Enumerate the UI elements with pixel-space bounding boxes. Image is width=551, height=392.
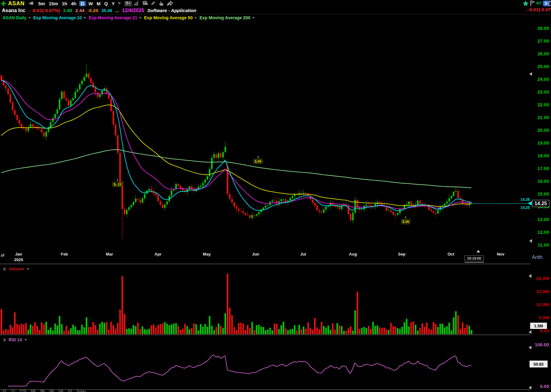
range-button-1Y[interactable]: 1Y <box>11 389 15 392</box>
timeframe-5m[interactable]: 5m <box>37 1 46 6</box>
rsi-dropdown-icon[interactable] <box>25 339 27 341</box>
last-rsi-box: 50.82 <box>530 361 548 367</box>
timer-underline <box>465 262 484 263</box>
price-chart-canvas[interactable] <box>0 21 530 252</box>
flag-icon[interactable] <box>530 0 535 6</box>
timeframe-group: 5m15m1h4hDWMQY <box>37 1 116 6</box>
earnings-date: 12/4/2025 <box>122 8 144 13</box>
overlay-selector-2[interactable]: Exp Moving Average 50 <box>144 15 197 20</box>
timeframe-D[interactable]: D <box>79 1 86 6</box>
volume-dropdown-icon[interactable] <box>27 268 29 270</box>
candle-countdown-timer: 03:19:00 <box>465 256 484 261</box>
axis-tick: 26.00 <box>529 51 549 56</box>
range-button-3M[interactable]: 3M <box>40 389 44 392</box>
month-label: Jul <box>300 252 306 256</box>
axis-tick: 5.0M <box>529 315 549 320</box>
draw-pencil-icon[interactable] <box>150 1 155 6</box>
last-volume-box: 1.5M <box>530 323 547 329</box>
bar-chart-icon[interactable] <box>134 1 139 6</box>
panel-divider[interactable] <box>0 334 530 335</box>
dividend-marker-tick <box>405 216 406 218</box>
timeframe-Y[interactable]: Y <box>111 1 116 6</box>
dividend-marker: $.06 <box>401 219 410 224</box>
clipped-toolbar-icon[interactable] <box>549 1 551 6</box>
axis-tick: 15.00 <box>529 191 549 196</box>
overlay-dropdown-icon[interactable] <box>194 17 197 19</box>
range-button-5Y[interactable]: 5Y <box>2 389 7 392</box>
timeframe-Q[interactable]: Q <box>103 1 109 6</box>
timeframe-W[interactable]: W <box>88 1 94 6</box>
share-arrow-icon[interactable] <box>167 1 173 6</box>
bid-label: 14.25 <box>509 205 530 210</box>
axis-tick: 12.00 <box>529 229 549 235</box>
timeframe-15m[interactable]: 15m <box>48 1 59 6</box>
axis-tick: 22.00 <box>529 102 549 107</box>
axis-tick: 27.00 <box>529 38 549 44</box>
rsi-title[interactable]: RSI 14 <box>9 337 22 342</box>
time-marker-icon <box>476 250 480 252</box>
range-button-bar: 5Y1YYTD6M3M1M1W1DToday <box>2 389 86 392</box>
overlay-dropdown-icon[interactable] <box>139 17 141 19</box>
symbol-label[interactable]: ASAN <box>8 0 25 7</box>
month-label: Nov <box>497 252 505 256</box>
market-cap: 3.4B <box>63 8 72 13</box>
year-label: 2025 <box>14 257 23 262</box>
hand-pointer-icon[interactable] <box>159 1 164 6</box>
range-button-1M[interactable]: 1M <box>49 389 54 392</box>
overlay-dropdown-icon[interactable] <box>252 17 255 19</box>
rsi-chart-canvas[interactable] <box>0 341 530 390</box>
last-price-box: 14.25 <box>532 200 549 207</box>
month-label: Jun <box>252 252 259 256</box>
alert-hand-icon[interactable] <box>29 1 34 6</box>
month-label: Oct <box>447 252 454 256</box>
volume-close-button[interactable]: X <box>3 267 6 271</box>
rsi-close-button[interactable]: X <box>3 338 6 342</box>
series-selector[interactable]: ASAN Daily <box>2 15 31 20</box>
stat-pink: 2.44 <box>75 8 84 13</box>
overlay-label: Exp Moving Average 10 <box>33 15 82 20</box>
realtime-badge: RT <box>536 1 541 6</box>
timeframe-4h[interactable]: 4h <box>70 1 77 6</box>
volume-title[interactable]: Volume <box>9 266 24 271</box>
dividend-marker-tick <box>258 156 258 158</box>
range-button-6M[interactable]: 6M <box>31 389 35 392</box>
toolbar-right-group: RT S <box>523 0 551 6</box>
overlay-selector-3[interactable]: Exp Moving Average 200 <box>199 15 255 20</box>
range-button-YTD[interactable]: YTD <box>20 389 26 392</box>
axis-tick: 10.0M <box>529 302 549 307</box>
favorite-star-icon[interactable] <box>523 1 529 6</box>
range-extreme-arrow-icon <box>529 72 532 76</box>
timeframe-dropdown-icon[interactable] <box>118 2 121 4</box>
axis-tick: 17.00 <box>529 166 549 171</box>
overlay-selector-1[interactable]: Exp Moving Average 21 <box>89 15 141 20</box>
axis-tick: 19.00 <box>529 140 549 145</box>
add-symbol-icon[interactable] <box>1 1 6 6</box>
month-label: Feb <box>61 252 68 256</box>
scale-mode-label[interactable]: Arith <box>532 254 543 261</box>
axis-tick: 11.00 <box>529 242 549 247</box>
range-button-1D[interactable]: 1D <box>67 389 72 392</box>
axis-tick: 0.00 <box>529 384 549 389</box>
month-label: Jan <box>15 252 22 256</box>
range-button-1W[interactable]: 1W <box>58 389 63 392</box>
options-calculator-icon[interactable] <box>143 1 148 6</box>
timeframe-M[interactable]: M <box>96 1 102 6</box>
overlay-selector-0[interactable]: Exp Moving Average 10 <box>33 15 86 20</box>
range-button-Today[interactable]: Today <box>76 389 86 392</box>
panel-divider[interactable] <box>0 264 530 264</box>
stat-eps: -0.20 <box>88 8 98 13</box>
dividend-marker-tick <box>117 179 118 181</box>
change-arrow-icon: ↓ <box>29 8 31 13</box>
volume-chart-canvas[interactable] <box>0 266 530 335</box>
timeframe-1h[interactable]: 1h <box>61 1 68 6</box>
pan-chart-icon[interactable]: ⇄ <box>1 252 5 258</box>
range-extreme-arrow-icon <box>529 239 532 243</box>
axis-tick: 24.00 <box>529 76 549 82</box>
overlay-dropdown-icon[interactable] <box>84 17 86 19</box>
axis-tick: 20.0M <box>529 276 549 281</box>
stat-ellipsis[interactable]: ... <box>115 8 119 13</box>
chart-type-button[interactable]: T <box>124 1 132 6</box>
axis-tick: 20.00 <box>529 127 549 133</box>
axis-tick: 21.00 <box>529 115 549 120</box>
last-price-arrow-icon <box>528 201 532 205</box>
